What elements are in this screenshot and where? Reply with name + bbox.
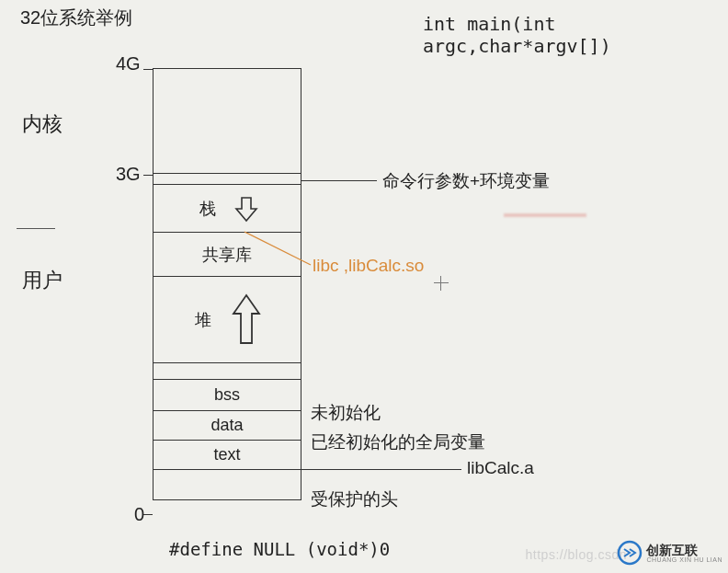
arrow-up-icon xyxy=(228,292,265,349)
svg-line-0 xyxy=(245,232,311,265)
divider-dash xyxy=(17,228,55,229)
seg-text: text xyxy=(154,441,301,470)
seg-stack-label: 栈 xyxy=(194,198,222,220)
tick-4g xyxy=(143,69,153,70)
crosshair-icon xyxy=(434,276,449,291)
memory-layout: 栈 共享库 堆 bss data text xyxy=(153,68,301,500)
main-signature: int main(int argc,char*argv[]) xyxy=(423,13,728,57)
seg-bss: bss xyxy=(154,380,301,411)
brand-sub-text: CHUANG XIN HU LIAN xyxy=(646,556,722,563)
label-user: 用户 xyxy=(22,267,63,294)
seg-kernel xyxy=(154,69,301,174)
annot-env: 命令行参数+环境变量 xyxy=(382,169,550,193)
watermark: https://blog.csdn xyxy=(526,547,627,562)
brand-badge: 创新互联 CHUANG XIN HU LIAN xyxy=(617,540,722,566)
seg-data: data xyxy=(154,411,301,441)
label-kernel: 内核 xyxy=(22,110,63,138)
arrow-down-icon xyxy=(233,195,260,223)
annot-text: libCalc.a xyxy=(467,458,534,478)
annot-data: 已经初始化的全局变量 xyxy=(311,430,485,454)
conn-text xyxy=(301,469,461,470)
annot-shared: libc ,libCalc.so xyxy=(313,256,424,276)
seg-stack: 栈 xyxy=(154,185,301,233)
annot-protected: 受保护的头 xyxy=(311,487,398,511)
smudge-1 xyxy=(504,213,586,217)
tick-3g xyxy=(143,175,153,176)
diagram-title: 32位系统举例 xyxy=(20,6,132,30)
seg-gap xyxy=(154,363,301,380)
conn-env xyxy=(301,180,377,181)
brand-main-text: 创新互联 xyxy=(646,544,722,556)
footer-define: #define NULL (void*)0 xyxy=(169,539,390,559)
seg-data-label: data xyxy=(205,416,248,435)
axis-4g: 4G xyxy=(116,53,141,74)
seg-protected xyxy=(154,470,301,499)
annot-bss: 未初始化 xyxy=(311,401,381,425)
axis-3g: 3G xyxy=(116,164,141,185)
seg-env xyxy=(154,174,301,185)
seg-heap: 堆 xyxy=(154,277,301,363)
seg-bss-label: bss xyxy=(209,385,245,405)
seg-text-label: text xyxy=(208,445,245,464)
seg-heap-label: 堆 xyxy=(189,309,217,331)
tick-0 xyxy=(143,514,153,515)
brand-logo-icon xyxy=(617,540,643,566)
